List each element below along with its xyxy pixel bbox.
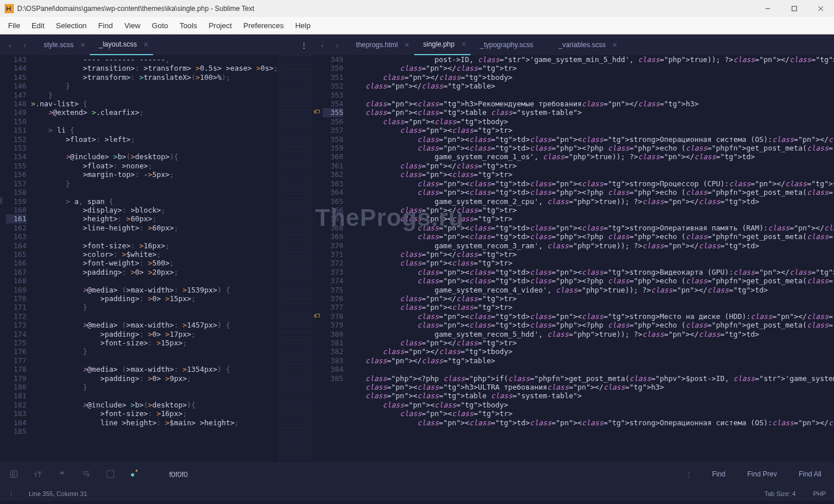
line-number-gutter-left[interactable]: 1431441451461471481491501511521531541551… [6, 55, 31, 461]
title-text: D:\OSPanel\domains\games\wp-content\them… [17, 5, 755, 13]
menu-preferences[interactable]: Preferences [238, 19, 289, 32]
fold-gutter: { [0, 55, 6, 461]
tab-theprogs-html[interactable]: theprogs.html× [347, 34, 414, 55]
tab-single-php[interactable]: single.php× [414, 34, 471, 55]
tab-label: _typography.scss [480, 41, 533, 49]
back-button[interactable]: ‹ [3, 39, 16, 51]
tab-variables-scss[interactable]: _variables.scss× [549, 34, 622, 55]
titlebar: D:\OSPanel\domains\games\wp-content\them… [0, 0, 834, 17]
menu-goto[interactable]: Goto [146, 19, 174, 32]
editor-split: ‹ › style.scss× _layout.scss× ⋮ { 143144… [0, 34, 834, 461]
regex-toggle[interactable]: E [7, 467, 21, 481]
menu-help[interactable]: Help [289, 19, 316, 32]
highlight-toggle[interactable]: ●✦ [128, 467, 141, 481]
wrap-toggle[interactable] [79, 467, 93, 481]
find-options-button[interactable]: ⋮ [682, 467, 696, 481]
tab-style-scss[interactable]: style.scss× [35, 34, 90, 55]
find-bar: E тT ❝ ●✦ f0f0f0 ⋮ Find Find Prev Find A… [0, 461, 834, 487]
svg-text:E: E [12, 471, 16, 478]
status-syntax[interactable]: PHP [813, 490, 826, 497]
in-selection-toggle[interactable] [104, 467, 117, 481]
menu-find[interactable]: Find [93, 19, 118, 32]
menu-project[interactable]: Project [203, 19, 238, 32]
minimize-button[interactable] [755, 0, 781, 17]
tab-label: theprogs.html [356, 41, 398, 49]
panel-switcher[interactable]: ⋮ [8, 490, 21, 498]
case-toggle[interactable]: тT [31, 467, 45, 481]
find-prev-button[interactable]: Find Prev [741, 468, 782, 480]
close-icon[interactable]: × [613, 40, 617, 49]
tab-label: single.php [423, 40, 455, 48]
right-pane: TheProgs.ru ‹ › theprogs.html× single.ph… [312, 34, 834, 461]
bookmark-gutter: 🏷🏷 [312, 55, 323, 461]
maximize-button[interactable] [781, 0, 808, 17]
status-bar: ⋮ Line 355, Column 31 Tab Size: 4 PHP [0, 487, 834, 501]
app-icon [5, 4, 14, 13]
status-tabsize[interactable]: Tab Size: 4 [764, 490, 795, 497]
close-icon[interactable]: × [81, 40, 85, 49]
find-button[interactable]: Find [706, 468, 731, 480]
whole-word-toggle[interactable]: ❝ [55, 467, 69, 481]
minimap-left[interactable] [278, 55, 312, 461]
tab-label: style.scss [44, 41, 74, 49]
tab-overflow-button[interactable]: ⋮ [300, 41, 308, 49]
menu-file[interactable]: File [2, 19, 26, 32]
find-input[interactable]: f0f0f0 [152, 470, 672, 479]
menu-edit[interactable]: Edit [26, 19, 50, 32]
code-editor-right[interactable]: post->ID, class="str">'game_system_min_5… [348, 55, 834, 461]
left-tabbar: ‹ › style.scss× _layout.scss× ⋮ [0, 34, 312, 55]
tab-typography-scss[interactable]: _typography.scss [470, 34, 549, 55]
menu-view[interactable]: View [118, 19, 146, 32]
menubar: File Edit Selection Find View Goto Tools… [0, 17, 834, 34]
svg-rect-2 [792, 6, 797, 11]
forward-button[interactable]: › [331, 39, 343, 51]
tab-label: _layout.scss [99, 40, 137, 48]
tab-label: _variables.scss [558, 41, 606, 49]
forward-button[interactable]: › [18, 39, 31, 51]
svg-rect-7 [107, 471, 114, 478]
line-number-gutter-right[interactable]: 3493503513523533543553563573583593603613… [323, 55, 348, 461]
find-all-button[interactable]: Find All [793, 468, 827, 480]
menu-selection[interactable]: Selection [50, 19, 92, 32]
close-icon[interactable]: × [405, 40, 410, 49]
close-icon[interactable]: × [461, 40, 466, 49]
back-button[interactable]: ‹ [316, 39, 328, 51]
status-cursor[interactable]: Line 355, Column 31 [21, 490, 764, 497]
close-icon[interactable]: × [144, 40, 148, 49]
code-editor-left[interactable]: ---- ------- ------, >transition>: >tran… [31, 55, 278, 461]
menu-tools[interactable]: Tools [174, 19, 202, 32]
right-tabbar: ‹ › theprogs.html× single.php× _typograp… [312, 34, 834, 55]
close-button[interactable] [808, 0, 834, 17]
tab-layout-scss[interactable]: _layout.scss× [90, 34, 153, 55]
left-pane: ‹ › style.scss× _layout.scss× ⋮ { 143144… [0, 34, 312, 461]
